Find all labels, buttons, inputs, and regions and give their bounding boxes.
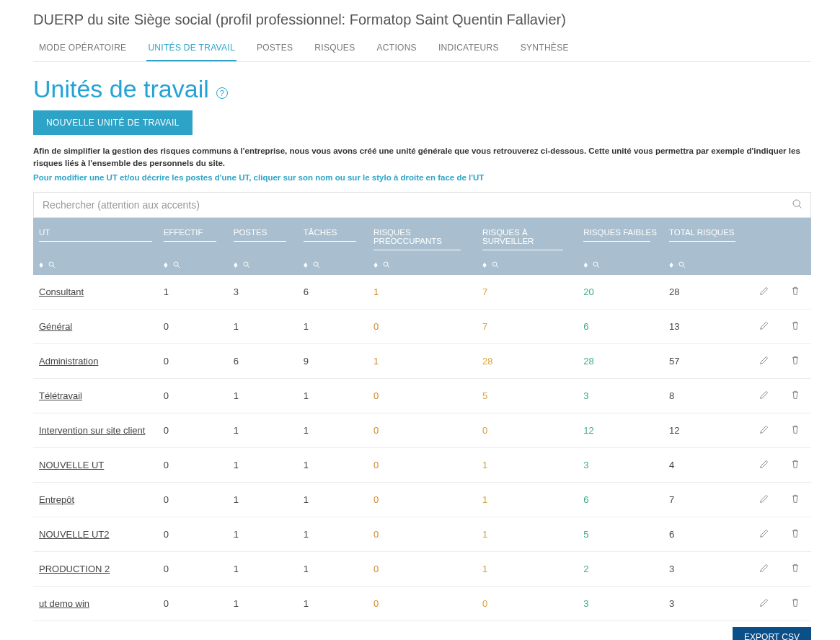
unit-link[interactable]: PRODUCTION 2: [39, 564, 110, 574]
table-row: PRODUCTION 20110123: [33, 552, 811, 587]
delete-icon[interactable]: [790, 530, 801, 541]
column-search-icon[interactable]: [592, 260, 601, 269]
cell-faibles: 6: [578, 310, 663, 344]
table-row: Consultant136172028: [33, 275, 811, 310]
cell-faibles: 3: [578, 379, 663, 413]
edit-icon[interactable]: [759, 392, 770, 403]
cell-surveiller: 28: [477, 344, 578, 379]
cell-taches: 1: [298, 587, 368, 621]
column-search-icon[interactable]: [678, 260, 686, 269]
column-search-icon[interactable]: [48, 260, 56, 269]
delete-icon[interactable]: [790, 565, 801, 576]
column-search-icon[interactable]: [312, 260, 321, 269]
svg-point-14: [593, 262, 598, 266]
unit-link[interactable]: NOUVELLE UT: [39, 460, 104, 470]
unit-link[interactable]: Intervention sur site client: [39, 425, 145, 436]
edit-icon[interactable]: [759, 357, 770, 368]
tab-postes[interactable]: POSTES: [255, 35, 294, 61]
tab-synth-se[interactable]: SYNTHÈSE: [519, 35, 570, 61]
tab-mode-op-ratoire[interactable]: MODE OPÉRATOIRE: [37, 35, 128, 61]
cell-effectif: 0: [158, 344, 228, 379]
tab-risques[interactable]: RISQUES: [313, 35, 356, 61]
cell-effectif: 1: [158, 275, 228, 310]
delete-icon[interactable]: [790, 357, 801, 368]
cell-taches: 6: [298, 275, 368, 310]
delete-icon[interactable]: [790, 600, 801, 610]
cell-faibles: 20: [578, 275, 663, 310]
tab-bar: MODE OPÉRATOIREUNITÉS DE TRAVAILPOSTESRI…: [33, 35, 811, 62]
tab-unit-s-de-travail[interactable]: UNITÉS DE TRAVAIL: [146, 35, 236, 61]
cell-total: 3: [663, 552, 749, 587]
search-input[interactable]: [41, 198, 792, 211]
cell-faibles: 2: [578, 552, 663, 587]
tab-actions[interactable]: ACTIONS: [375, 35, 417, 61]
cell-postes: 1: [228, 587, 298, 621]
edit-icon[interactable]: [759, 426, 770, 437]
search-icon[interactable]: [792, 198, 803, 212]
sort-icon[interactable]: ♦: [373, 260, 378, 269]
unit-link[interactable]: ut demo win: [39, 598, 89, 609]
cell-taches: 1: [298, 483, 368, 517]
delete-icon[interactable]: [790, 392, 801, 403]
edit-icon[interactable]: [759, 288, 770, 299]
unit-link[interactable]: Télétravail: [39, 390, 82, 401]
cell-postes: 1: [228, 379, 298, 413]
edit-icon[interactable]: [759, 496, 770, 507]
unit-link[interactable]: Général: [39, 321, 72, 332]
column-search-icon[interactable]: [242, 260, 251, 269]
sort-icon[interactable]: ♦: [164, 260, 168, 269]
sort-icon[interactable]: ♦: [482, 260, 487, 269]
export-csv-button[interactable]: EXPORT CSV: [733, 627, 811, 640]
delete-icon[interactable]: [790, 426, 801, 437]
cell-preoccupants: 1: [368, 275, 477, 310]
cell-total: 12: [663, 413, 749, 448]
tab-indicateurs[interactable]: INDICATEURS: [437, 35, 500, 61]
delete-icon[interactable]: [790, 461, 801, 472]
edit-icon[interactable]: [759, 323, 770, 333]
cell-preoccupants: 0: [368, 448, 477, 483]
cell-effectif: 0: [158, 448, 228, 483]
cell-total: 28: [663, 275, 749, 310]
edit-icon[interactable]: [759, 530, 770, 541]
cell-surveiller: 1: [477, 483, 578, 517]
edit-icon[interactable]: [759, 461, 770, 472]
sort-icon[interactable]: ♦: [234, 260, 238, 269]
help-icon[interactable]: ?: [216, 87, 228, 99]
sort-icon[interactable]: ♦: [304, 260, 308, 269]
cell-total: 4: [663, 448, 749, 483]
edit-icon[interactable]: [759, 600, 770, 610]
hint-link[interactable]: Pour modifier une UT et/ou décrire les p…: [33, 173, 811, 182]
cell-preoccupants: 1: [368, 344, 477, 379]
cell-total: 8: [663, 379, 749, 413]
column-search-icon[interactable]: [382, 260, 391, 269]
sort-icon[interactable]: ♦: [39, 260, 43, 269]
cell-postes: 1: [228, 413, 298, 448]
table-row: Télétravail0110538: [33, 379, 811, 413]
svg-line-15: [598, 266, 600, 268]
cell-surveiller: 1: [477, 517, 578, 552]
unit-link[interactable]: Entrepôt: [39, 494, 74, 505]
cell-effectif: 0: [158, 379, 228, 413]
column-search-icon[interactable]: [172, 260, 181, 269]
delete-icon[interactable]: [790, 323, 801, 333]
col-header: POSTES♦: [228, 218, 298, 275]
table-row: ut demo win0110033: [33, 587, 811, 621]
column-search-icon[interactable]: [491, 260, 500, 269]
edit-icon[interactable]: [759, 565, 770, 576]
delete-icon[interactable]: [790, 496, 801, 507]
unit-link[interactable]: NOUVELLE UT2: [39, 529, 110, 540]
delete-icon[interactable]: [790, 288, 801, 299]
cell-taches: 1: [298, 413, 368, 448]
cell-preoccupants: 0: [368, 483, 477, 517]
svg-line-7: [247, 266, 249, 268]
sort-icon[interactable]: ♦: [583, 260, 588, 269]
new-unit-button[interactable]: NOUVELLE UNITÉ DE TRAVAIL: [33, 110, 193, 135]
cell-postes: 6: [228, 344, 298, 379]
cell-postes: 1: [228, 552, 298, 587]
sort-icon[interactable]: ♦: [669, 260, 673, 269]
col-header: TOTAL RISQUES♦: [663, 218, 749, 275]
unit-link[interactable]: Administration: [39, 356, 98, 367]
svg-line-9: [317, 266, 319, 268]
unit-link[interactable]: Consultant: [39, 286, 84, 297]
cell-faibles: 5: [578, 517, 663, 552]
